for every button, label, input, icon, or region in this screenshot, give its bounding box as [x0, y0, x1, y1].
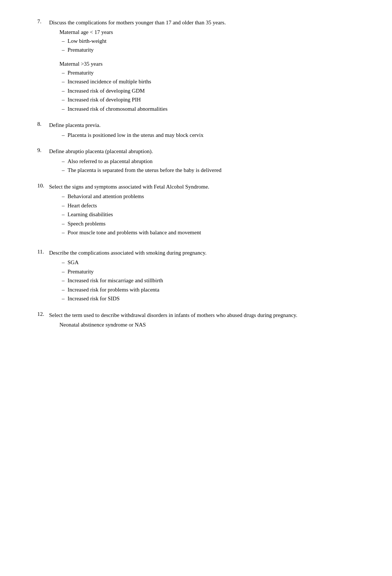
list-item: –Increased risk for problems with placen…	[59, 286, 355, 294]
question-11-answer: –SGA –Prematurity –Increased risk for mi…	[59, 258, 355, 303]
q12-inline-answer: Neonatal abstinence syndrome or NAS	[59, 321, 355, 329]
list-item: –Poor muscle tone and problems with bala…	[59, 228, 355, 237]
q8-list: –Placenta is positioned low in the uteru…	[59, 131, 355, 139]
dash-icon: –	[59, 258, 65, 267]
question-11-text: Describe the complications associated wi…	[49, 249, 206, 257]
list-item: –Prematurity	[59, 46, 355, 54]
q7-sub2-list: –Prematurity –Increased incidence of mul…	[59, 69, 355, 113]
list-item: –Increased risk for SIDS	[59, 294, 355, 303]
dash-icon: –	[59, 77, 65, 86]
dash-icon: –	[59, 192, 65, 201]
q7-sub2-label: Maternal >35 years	[59, 61, 355, 67]
question-8: 8. Define placenta previa. –Placenta is …	[37, 121, 355, 139]
q11-list: –SGA –Prematurity –Increased risk for mi…	[59, 258, 355, 303]
question-7-number: 7.	[37, 18, 49, 27]
question-7: 7. Discuss the complications for mothers…	[37, 18, 355, 113]
dash-icon: –	[59, 294, 65, 303]
question-10-text: Select the signs and symptoms associated…	[49, 183, 209, 191]
question-12-number: 12.	[37, 311, 49, 320]
list-item: –Placenta is positioned low in the uteru…	[59, 131, 355, 139]
question-9-answer: –Also referred to as placental abruption…	[59, 157, 355, 175]
list-item: –Also referred to as placental abruption	[59, 157, 355, 166]
dash-icon: –	[59, 105, 65, 113]
dash-icon: –	[59, 210, 65, 219]
question-9-text: Define abruptio placenta (placental abru…	[49, 147, 153, 156]
dash-icon: –	[59, 157, 65, 166]
dash-icon: –	[59, 96, 65, 104]
dash-icon: –	[59, 37, 65, 45]
questions-container: 7. Discuss the complications for mothers…	[37, 18, 355, 329]
list-item: –Prematurity	[59, 268, 355, 276]
list-item: –Increased risk of developing PIH	[59, 96, 355, 104]
q9-list: –Also referred to as placental abruption…	[59, 157, 355, 175]
list-item: –Heart defects	[59, 201, 355, 210]
list-item: –Prematurity	[59, 69, 355, 77]
question-12-text: Select the term used to describe withdra…	[49, 311, 298, 320]
list-item: –Increased risk of developing GDM	[59, 87, 355, 95]
list-item: –Learning disabilities	[59, 210, 355, 219]
question-8-number: 8.	[37, 121, 49, 130]
question-10-number: 10.	[37, 183, 49, 191]
list-item: –Increased risk for miscarriage and stil…	[59, 276, 355, 285]
question-9: 9. Define abruptio placenta (placental a…	[37, 147, 355, 175]
dash-icon: –	[59, 220, 65, 228]
dash-icon: –	[59, 276, 65, 285]
dash-icon: –	[59, 286, 65, 294]
dash-icon: –	[59, 166, 65, 175]
q7-sub1-list: –Low birth-weight –Prematurity	[59, 37, 355, 54]
list-item: –Increased risk of chromosomal abnormali…	[59, 105, 355, 113]
question-8-text: Define placenta previa.	[49, 121, 101, 130]
question-12-answer: Neonatal abstinence syndrome or NAS	[59, 321, 355, 329]
question-11-number: 11.	[37, 249, 49, 257]
question-11: 11. Describe the complications associate…	[37, 249, 355, 303]
list-item: –Behavioral and attention problems	[59, 192, 355, 201]
question-8-answer: –Placenta is positioned low in the uteru…	[59, 131, 355, 139]
q10-list: –Behavioral and attention problems –Hear…	[59, 192, 355, 237]
dash-icon: –	[59, 228, 65, 237]
question-10: 10. Select the signs and symptoms associ…	[37, 183, 355, 237]
question-7-text: Discuss the complications for mothers yo…	[49, 18, 226, 27]
dash-icon: –	[59, 46, 65, 54]
list-item: –Speech problems	[59, 220, 355, 228]
question-12: 12. Select the term used to describe wit…	[37, 311, 355, 329]
question-7-answer: Maternal age < 17 years –Low birth-weigh…	[59, 29, 355, 113]
list-item: –The placenta is separated from the uter…	[59, 166, 355, 175]
q7-sub1-label: Maternal age < 17 years	[59, 29, 355, 35]
dash-icon: –	[59, 201, 65, 210]
dash-icon: –	[59, 69, 65, 77]
list-item: –SGA	[59, 258, 355, 267]
list-item: –Low birth-weight	[59, 37, 355, 45]
dash-icon: –	[59, 131, 65, 139]
dash-icon: –	[59, 87, 65, 95]
question-9-number: 9.	[37, 147, 49, 156]
question-10-answer: –Behavioral and attention problems –Hear…	[59, 192, 355, 237]
dash-icon: –	[59, 268, 65, 276]
list-item: –Increased incidence of multiple births	[59, 77, 355, 86]
